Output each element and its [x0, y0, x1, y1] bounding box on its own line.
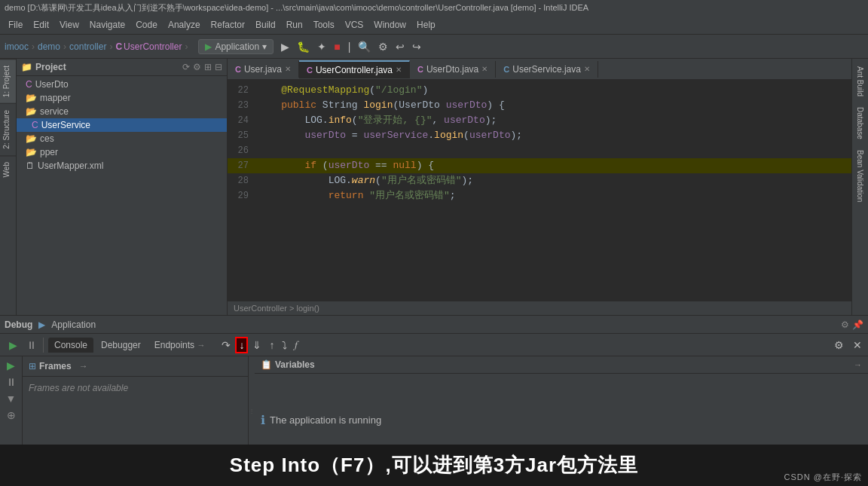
class-icon: C	[26, 79, 32, 90]
tree-item-userservice[interactable]: C UserService	[17, 118, 227, 132]
close-user-java[interactable]: ✕	[285, 65, 291, 73]
debug-add-icon[interactable]: ⊕	[7, 409, 16, 421]
breadcrumb-type-c: C	[115, 41, 122, 52]
breadcrumb-controller[interactable]: controller	[69, 41, 106, 52]
code-breadcrumb: UserController > login()	[228, 301, 851, 315]
menu-window[interactable]: Window	[368, 17, 411, 32]
menu-analyze[interactable]: Analyze	[163, 17, 206, 32]
menu-view[interactable]: View	[54, 17, 84, 32]
code-content[interactable]: 22 @RequestMapping("/login") 23 public S…	[228, 80, 851, 301]
panel-sync-icon[interactable]: ⟳	[182, 62, 190, 72]
right-tab-database[interactable]: Database	[854, 102, 866, 144]
code-line-28: 28 LOG.warn("用户名或密码错");	[228, 173, 851, 188]
tree-item-pper[interactable]: 📂 pper	[17, 145, 227, 159]
tree-item-service[interactable]: 📂 service	[17, 105, 227, 118]
debug-tab-debugger[interactable]: Debugger	[95, 338, 147, 353]
code-line-27: 27 if (userDto == null) {	[228, 158, 851, 173]
menu-tools[interactable]: Tools	[308, 17, 340, 32]
menu-bar: File Edit View Navigate Code Analyze Ref…	[0, 16, 868, 35]
menu-help[interactable]: Help	[411, 17, 441, 32]
close-usercontroller-java[interactable]: ✕	[396, 66, 402, 74]
tab-user-java[interactable]: C User.java ✕	[228, 61, 299, 78]
code-editor: C User.java ✕ C UserController.java ✕ C …	[228, 59, 851, 315]
debug-run-icon[interactable]: ▶	[7, 359, 15, 371]
redo-button[interactable]: ↪	[411, 39, 423, 54]
breadcrumb-usercontroller[interactable]: UserController	[124, 41, 182, 52]
undo-button[interactable]: ↩	[394, 39, 406, 54]
tooltip-text: Step Into（F7）,可以进到第3方Jar包方法里	[230, 454, 638, 476]
debug-tab-endpoints[interactable]: Endpoints →	[148, 338, 212, 353]
debug-panel: Debug ▶ Application ⚙ 📌 ▶ ⏸ Console Debu…	[0, 315, 868, 466]
menu-edit[interactable]: Edit	[28, 17, 54, 32]
close-userdto-java[interactable]: ✕	[481, 65, 487, 73]
tree-item-ces[interactable]: 📂 ces	[17, 132, 227, 145]
tab-usercontroller-java[interactable]: C UserController.java ✕	[299, 60, 410, 78]
code-line-25: 25 userDto = userService.login(userDto);	[228, 128, 851, 143]
frames-text: Frames are not available	[29, 383, 128, 393]
search-everywhere-button[interactable]: 🔍	[356, 39, 372, 54]
breadcrumb-demo[interactable]: demo	[38, 41, 60, 52]
menu-refactor[interactable]: Refactor	[206, 17, 250, 32]
panel-settings-icon[interactable]: ⚙	[193, 62, 201, 72]
run-button[interactable]: ▶	[280, 39, 291, 54]
run-config-selector[interactable]: ▶ Application ▾	[198, 39, 274, 54]
right-tab-bean-validation[interactable]: Bean Validation	[854, 145, 866, 206]
breadcrumb-imooc[interactable]: imooc	[5, 41, 29, 52]
c-icon3: C	[417, 65, 423, 74]
csdn-badge: CSDN @在野·探索	[784, 472, 862, 483]
frames-arrow-icon[interactable]: →	[78, 359, 90, 373]
debug-app-icon: ▶	[38, 319, 45, 330]
panel-expand-icon[interactable]: ⊞	[204, 62, 212, 72]
variables-icon: 📋	[261, 359, 272, 370]
c-icon2: C	[307, 66, 313, 75]
nav-bar: imooc › demo › controller › C UserContro…	[0, 35, 868, 59]
pause-button[interactable]: ⏸	[23, 338, 40, 353]
tree-item-usermapper-xml[interactable]: 🗒 UserMapper.xml	[17, 159, 227, 173]
step-out-button[interactable]: ↑	[266, 338, 277, 353]
run-to-cursor-button[interactable]: ⤵	[279, 338, 290, 353]
left-tab-project[interactable]: 1: Project	[0, 59, 16, 103]
panel-collapse-icon[interactable]: ⊟	[215, 62, 222, 72]
menu-navigate[interactable]: Navigate	[84, 17, 130, 32]
project-tree: C UserDto 📂 mapper 📂 service C UserServi…	[17, 76, 227, 315]
evaluate-button[interactable]: 𝑓	[292, 337, 301, 353]
tab-userdto-java[interactable]: C UserDto.java ✕	[410, 61, 496, 78]
debug-restore-icon[interactable]: ⚙	[831, 338, 847, 353]
close-userservice-java[interactable]: ✕	[584, 65, 590, 73]
debug-tab-console[interactable]: Console	[48, 338, 93, 353]
menu-vcs[interactable]: VCS	[340, 17, 369, 32]
debug-pin-icon[interactable]: 📌	[852, 319, 863, 330]
step-over-button[interactable]: ↷	[219, 338, 234, 353]
debug-left-pause[interactable]: ⏸	[6, 376, 17, 388]
c-icon: C	[235, 65, 241, 74]
tree-item-userdto[interactable]: C UserDto	[17, 78, 227, 91]
coverage-button[interactable]: ✦	[316, 39, 328, 54]
tab-userservice-java[interactable]: C UserService.java ✕	[496, 61, 598, 78]
debug-settings-icon[interactable]: ⚙	[841, 319, 849, 330]
debug-button[interactable]: 🐛	[295, 39, 311, 54]
force-step-into-button[interactable]: ⇓	[249, 338, 264, 353]
menu-code[interactable]: Code	[130, 17, 163, 32]
debug-header: Debug ▶ Application ⚙ 📌	[0, 316, 868, 334]
left-tab-structure[interactable]: 2: Structure	[0, 103, 16, 155]
debug-app-name: Application	[51, 319, 96, 330]
stop-button[interactable]: ■	[332, 39, 341, 54]
settings-button[interactable]: ⚙	[377, 39, 390, 54]
chevron-down-icon: ▾	[262, 41, 267, 52]
resume-button[interactable]: ▶	[6, 338, 20, 353]
debug-filter-icon[interactable]: ▼	[6, 393, 17, 405]
menu-file[interactable]: File	[3, 17, 28, 32]
step-into-button[interactable]: ↓	[235, 337, 248, 353]
project-panel-icon: 📁	[21, 62, 32, 72]
left-tab-web[interactable]: Web	[0, 155, 16, 183]
frames-toolbar: →	[78, 359, 90, 373]
tree-item-mapper[interactable]: 📂 mapper	[17, 91, 227, 105]
class-icon2: C	[32, 120, 38, 130]
debug-close-icon[interactable]: ✕	[850, 338, 865, 353]
code-line-23: 23 public String login(UserDto userDto) …	[228, 98, 851, 113]
menu-run[interactable]: Run	[281, 17, 308, 32]
variables-title: Variables	[275, 359, 315, 370]
right-tab-ant-build[interactable]: Ant Build	[854, 62, 866, 101]
variables-arrow[interactable]: →	[854, 360, 862, 369]
menu-build[interactable]: Build	[250, 17, 281, 32]
